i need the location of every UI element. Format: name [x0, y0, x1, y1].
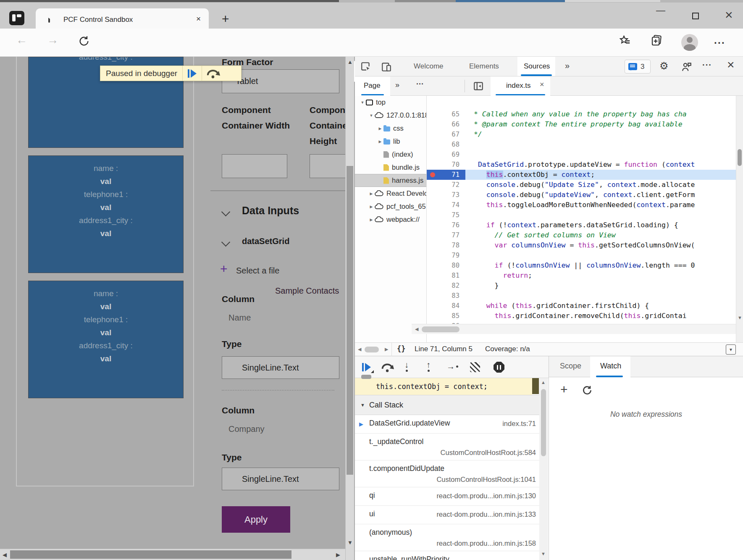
window-minimize-button[interactable]: —: [656, 5, 665, 16]
line-number[interactable]: 80: [427, 260, 465, 271]
scroll-right-icon[interactable]: ▶: [336, 552, 340, 557]
scroll-left-icon[interactable]: ◀: [3, 552, 7, 557]
settings-gear-icon[interactable]: ⚙: [659, 60, 669, 72]
page-scrollbar-thumb[interactable]: [347, 166, 353, 475]
editor-tab-close-icon[interactable]: ×: [540, 80, 544, 89]
deactivate-breakpoints-icon[interactable]: [470, 362, 480, 372]
code-line-70[interactable]: 70 DataSetGrid.prototype.updateView = fu…: [427, 160, 736, 170]
type1-select[interactable]: SingleLine.Text: [222, 356, 339, 379]
tab-elements[interactable]: Elements: [469, 62, 499, 71]
sample-contacts-link[interactable]: Sample Contacts: [275, 286, 339, 296]
editor-vscroll-thumb[interactable]: [738, 149, 742, 166]
chevron-collapsed-icon[interactable]: ▶: [368, 192, 375, 196]
step-over-icon[interactable]: [381, 363, 394, 373]
add-watch-icon[interactable]: +: [560, 382, 568, 397]
line-number[interactable]: 68: [427, 139, 465, 150]
devtools-close-icon[interactable]: ×: [727, 58, 735, 72]
code-line-74[interactable]: 74 this.toggleLoadMoreButtonWhenNeeded(c…: [427, 200, 736, 210]
chevron-expanded-icon[interactable]: ▼: [368, 113, 375, 118]
tree-item-harness-js[interactable]: harness.js: [355, 174, 426, 187]
line-number[interactable]: 71: [427, 170, 465, 180]
editor-hscroll-thumb[interactable]: [422, 326, 459, 332]
device-toolbar-icon[interactable]: [381, 61, 392, 72]
line-number[interactable]: 82: [427, 281, 465, 291]
editor-scroll-left-icon[interactable]: ◀: [415, 326, 418, 332]
banner-step-over-icon[interactable]: [206, 68, 221, 79]
code-line-83[interactable]: 83: [427, 291, 736, 301]
code-line-71[interactable]: 71 this.contextObj = context;: [427, 170, 736, 180]
code-line-84[interactable]: 84 while (this.gridContainer.firstChild)…: [427, 301, 736, 311]
container-height-input[interactable]: [310, 154, 345, 178]
paused-line-row[interactable]: this.contextObj = context;: [355, 378, 532, 395]
scroll-up-icon[interactable]: ▲: [347, 59, 353, 65]
code-line-68[interactable]: 68: [427, 139, 736, 150]
panel-toggle-icon[interactable]: ▾: [726, 344, 736, 355]
page-vertical-scrollbar[interactable]: ▲ ▼: [345, 57, 354, 560]
tab-watch[interactable]: Watch: [590, 356, 630, 377]
select-file-button[interactable]: Select a file: [236, 266, 279, 276]
page-horizontal-scrollbar[interactable]: ◀ ▶: [0, 549, 345, 560]
tree-item-pcf-tools-65[interactable]: ▶pcf_tools_65: [355, 200, 426, 213]
code-line-75[interactable]: 75: [427, 210, 736, 220]
scroll-down-icon[interactable]: ▼: [347, 540, 353, 545]
code-line-78[interactable]: 78 var columnsOnView = this.getSortedCol…: [427, 240, 736, 250]
line-number[interactable]: 69: [427, 150, 465, 160]
apply-button[interactable]: Apply: [222, 506, 290, 533]
chevron-collapsed-icon[interactable]: ▶: [377, 126, 383, 131]
tab-welcome[interactable]: Welcome: [414, 62, 444, 71]
tree-item-css[interactable]: ▶css: [355, 122, 426, 135]
pause-on-exceptions-icon[interactable]: [494, 362, 504, 373]
forward-icon[interactable]: →: [47, 34, 58, 46]
tree-item-lib[interactable]: ▶lib: [355, 135, 426, 148]
debugger-scroll-up-icon[interactable]: ▲: [541, 380, 546, 385]
chevron-collapsed-icon[interactable]: ▶: [368, 218, 375, 222]
call-stack-header[interactable]: ▼ Call Stack: [355, 395, 539, 415]
issues-badge[interactable]: 3: [625, 60, 651, 74]
debugger-scroll-down-icon[interactable]: ▼: [541, 551, 546, 556]
code-line-66[interactable]: 66 * @param context The entire property …: [427, 119, 736, 129]
back-icon[interactable]: ←: [16, 34, 27, 46]
code-line-67[interactable]: 67 */: [427, 129, 736, 139]
chevron-expanded-icon[interactable]: ▼: [359, 100, 366, 105]
debugger-scrollbar[interactable]: ▲ ▼: [539, 378, 548, 560]
line-number[interactable]: 66: [427, 119, 465, 129]
stack-frame-t-componentdidupdate[interactable]: t.componentDidUpdateCustomControlHostRoo…: [355, 460, 539, 487]
line-number[interactable]: 76: [427, 220, 465, 230]
tree-scroll-right-icon[interactable]: ▶: [385, 347, 388, 352]
editor-tab-index-ts[interactable]: index.ts ×: [491, 76, 550, 96]
code-line-76[interactable]: 76 if (!context.parameters.dataSetGrid.l…: [427, 220, 736, 230]
line-number[interactable]: 81: [427, 271, 465, 281]
window-maximize-button[interactable]: [692, 13, 699, 19]
tree-item-top[interactable]: ▼top: [355, 96, 426, 109]
reload-icon[interactable]: [78, 35, 90, 47]
tree-item-bundle-js[interactable]: bundle.js: [355, 161, 426, 174]
window-close-button[interactable]: ×: [725, 7, 733, 23]
pretty-print-icon[interactable]: {}: [397, 344, 405, 353]
line-number[interactable]: 67: [427, 129, 465, 139]
line-number[interactable]: 84: [427, 301, 465, 311]
browser-tab[interactable]: PCF Control Sandbox ×: [36, 8, 209, 31]
code-line-81[interactable]: 81 return;: [427, 271, 736, 281]
line-number[interactable]: 78: [427, 240, 465, 250]
feedback-icon[interactable]: [681, 61, 692, 72]
page-hscrollbar-thumb[interactable]: [10, 550, 291, 559]
favorites-bar-icon[interactable]: [619, 34, 631, 47]
step-into-icon[interactable]: ↓: [404, 360, 409, 372]
line-number[interactable]: 79: [427, 250, 465, 260]
code-line-73[interactable]: 73 console.debug("updateView", context.c…: [427, 190, 736, 200]
line-number[interactable]: 77: [427, 230, 465, 240]
line-number[interactable]: 70: [427, 160, 465, 170]
editor-scroll-down-icon[interactable]: ▼: [738, 315, 742, 320]
chevron-collapsed-icon[interactable]: ▶: [377, 139, 383, 144]
code-line-85[interactable]: 85 this.gridContainer.removeChild(this.g…: [427, 311, 736, 321]
editor-horizontal-scrollbar[interactable]: ◀: [412, 324, 736, 334]
line-number[interactable]: 65: [427, 109, 465, 119]
navigator-more-tabs-icon[interactable]: »: [395, 81, 399, 89]
stack-frame-unstable-runwithpriority[interactable]: unstable_runWithPriority: [355, 551, 539, 560]
code-line-82[interactable]: 82 }: [427, 281, 736, 291]
step-icon[interactable]: →: [446, 362, 458, 371]
stack-frame-ui[interactable]: uireact-dom.produ...ion.min.js:133: [355, 506, 539, 524]
dataset-chevron-down-icon[interactable]: [221, 238, 230, 247]
stack-frame-t-updatecontrol[interactable]: t._updateControlCustomControlHostRoot.js…: [355, 434, 539, 460]
line-number[interactable]: 75: [427, 210, 465, 220]
